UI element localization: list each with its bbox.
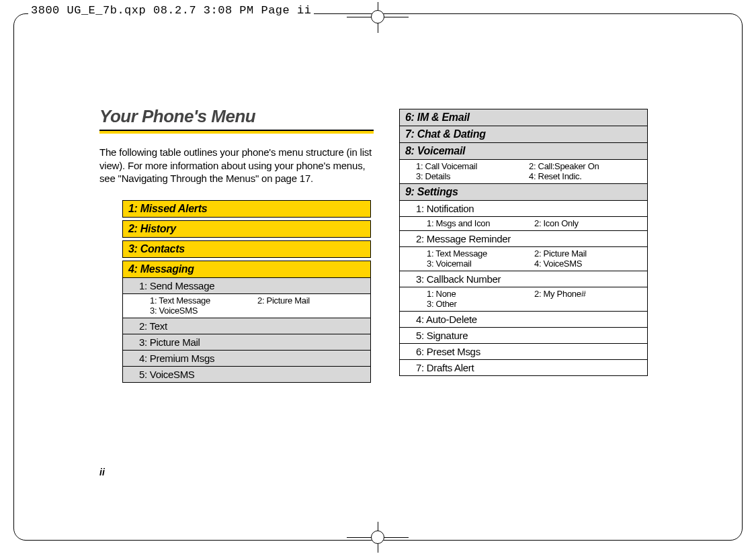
page-number: ii [99,467,105,477]
menu-picture-mail: 3: Picture Mail [122,334,371,351]
crop-mark-bottom [371,530,384,544]
menu-auto-delete: 4: Auto-Delete [399,312,648,328]
menu-message-reminder-opts: 1: Text Message 2: Picture Mail 3: Voice… [399,247,648,271]
menu-drafts-alert: 7: Drafts Alert [399,360,648,376]
opt: 2: Picture Mail [534,248,642,259]
opt: 1: None [427,289,534,299]
menu-preset-msgs: 6: Preset Msgs [399,344,648,360]
title-underline [99,130,374,134]
opt: 1: Text Message [150,295,257,306]
menu-voicemail-opts: 1: Call Voicemail 2: Call:Speaker On 3: … [399,160,648,184]
menu-im-email: 6: IM & Email [399,109,648,126]
menu-column-left: 1: Missed Alerts 2: History 3: Contacts … [122,200,371,383]
crop-mark-top [371,10,384,24]
opt: 1: Text Message [427,248,534,259]
header-filename: 3800 UG_E_7b.qxp 08.2.7 3:08 PM Page ii [28,4,314,17]
opt: 4: VoiceSMS [534,259,642,269]
menu-send-message-opts: 1: Text Message 2: Picture Mail 3: Voice… [122,294,371,318]
menu-notification: 1: Notification [399,201,648,217]
content-area: Your Phone's Menu The following table ou… [99,106,684,383]
menu-message-reminder: 2: Message Reminder [399,231,648,247]
opt: 2: Call:Speaker On [529,161,642,171]
opt: 4: Reset Indic. [529,171,642,181]
menu-text: 2: Text [122,318,371,334]
opt: 3: Details [416,171,529,181]
menu-callback-number-opts: 1: None 2: My Phone# 3: Other [399,287,648,312]
menu-premium-msgs: 4: Premium Msgs [122,351,371,367]
menu-voicemail: 8: Voicemail [399,143,648,160]
menu-history: 2: History [122,220,371,238]
opt: 1: Call Voicemail [416,161,529,171]
menu-messaging: 4: Messaging [122,261,371,278]
menu-settings: 9: Settings [399,184,648,201]
opt: 1: Msgs and Icon [427,218,534,228]
menu-signature: 5: Signature [399,328,648,344]
menu-missed-alerts: 1: Missed Alerts [122,200,371,218]
opt: 3: VoiceSMS [150,306,257,316]
opt: 2: My Phone# [534,289,642,299]
menu-send-message: 1: Send Message [122,278,371,294]
opt: 2: Picture Mail [257,295,365,306]
menu-contacts: 3: Contacts [122,240,371,258]
opt: 3: Voicemail [427,259,534,269]
menu-chat-dating: 7: Chat & Dating [399,126,648,143]
opt: 3: Other [427,299,534,309]
menu-notification-opts: 1: Msgs and Icon 2: Icon Only [399,217,648,231]
intro-paragraph: The following table outlines your phone'… [99,146,374,185]
menu-voicesms: 5: VoiceSMS [122,367,371,383]
menu-callback-number: 3: Callback Number [399,271,648,287]
opt: 2: Icon Only [534,218,642,228]
menu-column-right: 6: IM & Email 7: Chat & Dating 8: Voicem… [399,109,648,376]
